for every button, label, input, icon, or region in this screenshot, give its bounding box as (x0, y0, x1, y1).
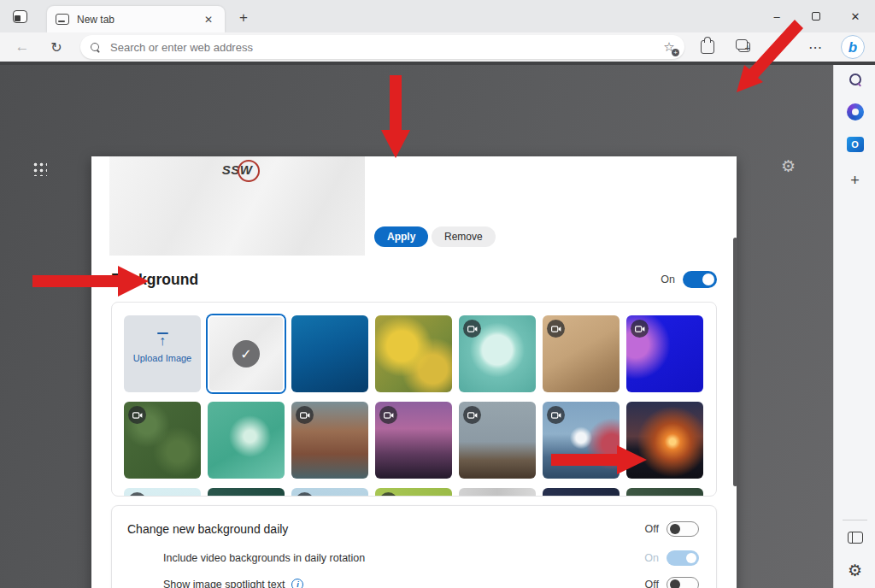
daily-toggle-label: Off (645, 523, 659, 535)
background-heading: Background (111, 271, 198, 289)
background-tile-canal-city[interactable] (291, 402, 368, 479)
sidebar-panel-icon (848, 532, 863, 544)
toggle-knob (686, 553, 696, 563)
background-tile-cyan-beach[interactable] (124, 488, 201, 497)
video-badge-icon (379, 406, 397, 424)
spotlight-toggle-label: Off (645, 579, 659, 588)
toggle-knob (670, 579, 680, 588)
background-toggle-label: On (661, 273, 675, 285)
active-tab[interactable]: New tab ✕ (47, 6, 225, 32)
spotlight-toggle[interactable] (667, 577, 699, 588)
new-tab-page: ⚙ SSW Apply Remove Background On ↑Upload… (0, 65, 875, 588)
background-toggle[interactable] (683, 271, 717, 288)
tab-actions-menu-button[interactable] (8, 7, 32, 26)
refresh-button[interactable]: ↻ (44, 35, 68, 59)
search-icon (91, 43, 100, 52)
panel-scrollbar[interactable] (733, 238, 737, 486)
bing-icon: b (849, 40, 857, 55)
search-icon (849, 74, 861, 85)
video-rotation-toggle[interactable] (667, 550, 699, 566)
background-tile-night-sky[interactable] (543, 488, 620, 497)
remove-button[interactable]: Remove (432, 226, 496, 247)
address-bar[interactable]: ☆ (80, 35, 684, 59)
microsoft365-icon (847, 103, 864, 121)
background-tile-desert-dunes[interactable] (543, 315, 620, 392)
collections-button[interactable] (732, 36, 755, 58)
background-tile-turquoise-waves[interactable] (208, 402, 285, 479)
sidebar-microsoft365-button[interactable] (834, 99, 875, 125)
upload-image-label: Upload Image (124, 353, 201, 363)
background-tile-dark-teal-coast[interactable] (208, 488, 285, 497)
bing-chat-button[interactable]: b (841, 35, 865, 59)
maximize-icon (812, 12, 820, 21)
upload-icon: ↑ (124, 332, 201, 347)
tab-title: New tab (77, 14, 201, 26)
background-tile-pale-blue-sky[interactable] (291, 488, 368, 497)
daily-settings-card: Change new background daily Off Include … (111, 505, 717, 588)
background-settings-panel: SSW Apply Remove Background On ↑Upload I… (91, 156, 737, 588)
outlook-icon: O (847, 137, 864, 152)
apps-waffle-icon[interactable] (32, 162, 47, 176)
selected-check-icon: ✓ (232, 340, 260, 368)
workspaces-icon (13, 10, 27, 23)
window-controls: – ✕ (757, 0, 875, 32)
apply-button[interactable]: Apply (374, 226, 428, 247)
daily-background-toggle[interactable] (667, 521, 699, 537)
background-tile-ocean-sunset[interactable] (626, 402, 703, 479)
edge-sidebar: O + ⚙ (833, 65, 875, 588)
page-settings-gear-icon[interactable]: ⚙ (781, 158, 796, 174)
video-badge-icon (547, 406, 565, 424)
minimize-button[interactable]: – (757, 0, 796, 32)
background-grid: ↑Upload Image✓ (111, 302, 717, 497)
video-badge-icon (128, 406, 146, 424)
background-heading-row: Background On (111, 268, 717, 291)
address-input[interactable] (109, 40, 661, 55)
daily-background-label: Change new background daily (127, 522, 288, 536)
background-tile-water-bubble[interactable] (459, 315, 536, 392)
video-badge-icon (463, 320, 481, 338)
browser-window: New tab ✕ + – ✕ ← ↻ ☆ ⋯ b ⚙ SSW Apply Re… (0, 0, 875, 588)
toggle-knob (670, 524, 680, 534)
video-badge-icon (463, 406, 481, 424)
background-tile-selected-light-polygons[interactable]: ✓ (208, 315, 285, 392)
background-tile-ocean-turtle[interactable] (291, 315, 368, 392)
video-rotation-toggle-label: On (644, 552, 659, 564)
sidebar-settings-button[interactable]: ⚙ (834, 557, 875, 583)
info-icon[interactable]: i (291, 579, 303, 588)
background-tile-forest-aerial[interactable] (124, 402, 201, 479)
tab-close-icon[interactable]: ✕ (201, 12, 216, 27)
background-tile-forest-hills[interactable] (626, 488, 703, 497)
background-tile-green-field[interactable] (375, 488, 452, 497)
background-tile-marble-texture[interactable] (459, 488, 536, 497)
sidebar-add-button[interactable]: + (834, 168, 875, 193)
add-favorite-icon[interactable]: ☆ (661, 38, 678, 56)
background-tile-blue-jellyfish[interactable] (626, 315, 703, 392)
ssw-logo: SSW (222, 162, 253, 256)
sidebar-customize-button[interactable] (834, 525, 875, 550)
close-button[interactable]: ✕ (836, 0, 875, 32)
settings-menu-button[interactable]: ⋯ (804, 36, 827, 58)
sidebar-outlook-button[interactable]: O (834, 132, 875, 157)
background-tile-upload-image[interactable]: ↑Upload Image (124, 315, 201, 392)
custom-background-preview: SSW (109, 156, 365, 256)
video-badge-icon (379, 492, 397, 497)
video-badge-icon (296, 406, 314, 424)
back-button[interactable]: ← (10, 35, 34, 59)
extensions-button[interactable] (696, 36, 719, 58)
maximize-button[interactable] (796, 0, 836, 32)
video-badge-icon (296, 492, 314, 497)
background-tile-sunflowers[interactable] (375, 315, 452, 392)
toggle-knob (702, 273, 714, 285)
new-tab-button[interactable]: + (232, 9, 255, 27)
title-bar: New tab ✕ + – ✕ (0, 0, 875, 32)
new-tab-favicon-icon (56, 14, 69, 25)
video-rotation-label: Include video backgrounds in daily rotat… (163, 552, 365, 564)
background-tile-mount-fuji[interactable] (543, 402, 620, 479)
background-tile-mountain-valley[interactable] (459, 402, 536, 479)
video-badge-icon (631, 320, 649, 338)
video-badge-icon (128, 492, 146, 497)
collections-icon (738, 42, 750, 52)
background-tile-purple-city-skyline[interactable] (375, 402, 452, 479)
sidebar-search-button[interactable] (834, 67, 875, 92)
video-badge-icon (547, 320, 565, 338)
